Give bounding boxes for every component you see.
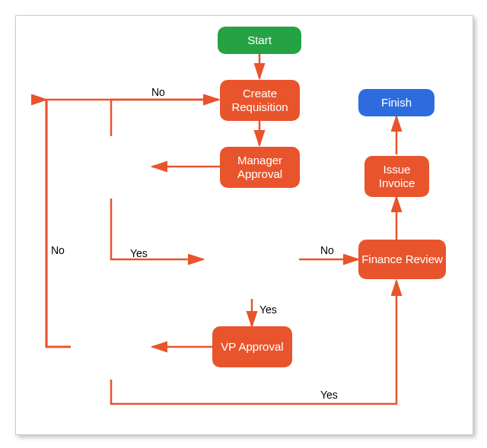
node-vp-approval: VP Approval (212, 326, 292, 367)
node-label: Start (247, 33, 272, 47)
node-label: Finance Review (361, 253, 443, 266)
edge-label-approve1-no: No (151, 86, 165, 98)
node-label: Manager Approval (223, 154, 297, 181)
node-approve-2: Approve ? (69, 313, 153, 381)
edge-label-amount-no: No (320, 244, 334, 256)
node-finance-review: Finance Review (358, 240, 446, 279)
node-label: Approve ? (85, 340, 137, 354)
flowchart-canvas: Start Create Requisition Manager Approva… (15, 15, 473, 435)
node-label: Issue Invoice (368, 163, 426, 190)
edge-label-approve2-yes: Yes (320, 389, 338, 401)
node-approve-1: Approve ? (69, 133, 153, 202)
node-create-requisition: Create Requisition (220, 80, 300, 121)
edge-label-approve1-yes: Yes (130, 247, 148, 259)
node-amount-exceeds: Amount exceeds $10,000 (203, 218, 302, 302)
node-label: Create Requisition (223, 87, 297, 114)
node-label: Approve ? (85, 160, 137, 174)
node-label: Finish (381, 96, 412, 110)
node-start: Start (218, 27, 301, 54)
edge-label-amount-yes: Yes (259, 303, 277, 316)
node-manager-approval: Manager Approval (220, 147, 300, 188)
node-label: VP Approval (221, 340, 283, 354)
node-label: Amount exceeds $10,000 (206, 247, 299, 273)
node-issue-invoice: Issue Invoice (364, 156, 429, 197)
node-finish: Finish (358, 89, 434, 116)
edge-label-approve2-no: No (51, 244, 65, 256)
